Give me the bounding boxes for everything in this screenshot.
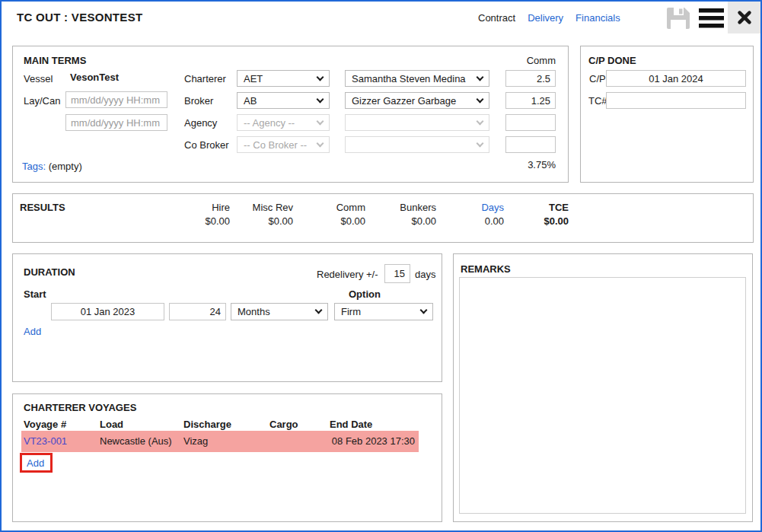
col-header-cargo: Cargo (269, 419, 298, 430)
close-x-icon (736, 9, 753, 26)
results-col-hire-label: Hire (161, 202, 230, 213)
laycan-label: Lay/Can (24, 95, 60, 107)
duration-add-link[interactable]: Add (24, 326, 41, 337)
duration-section: DURATION Redelivery +/- days Start Optio… (12, 253, 442, 382)
results-col-bunkers-label: Bunkers (368, 202, 436, 213)
tc-number-input[interactable] (606, 92, 746, 109)
results-col-miscrev-value: $0.00 (225, 215, 293, 227)
chevron-down-icon (477, 73, 484, 81)
charterer-voyages-heading: CHARTERER VOYAGES (24, 402, 136, 413)
redelivery-label: Redelivery +/- (317, 269, 378, 280)
agency-comm-input[interactable] (505, 114, 556, 131)
cp-done-section: C/P DONE C/P TC# (580, 46, 754, 183)
co-broker-select-value: -- Co Broker -- (244, 139, 307, 151)
voyage-number-link[interactable]: VT23-001 (24, 431, 67, 452)
results-heading: RESULTS (20, 202, 65, 213)
charterer-select[interactable]: AET (237, 70, 330, 87)
tab-financials[interactable]: Financials (575, 12, 620, 24)
agency-select-value: -- Agency -- (244, 117, 295, 129)
laycan-to-input[interactable] (65, 114, 167, 131)
tc-number-label: TC# (588, 95, 607, 107)
col-header-end-date: End Date (330, 419, 372, 430)
comm-total: 3.75% (487, 159, 556, 170)
chevron-down-icon (477, 117, 484, 125)
co-broker-label: Co Broker (184, 139, 229, 151)
duration-unit-value: Months (238, 306, 270, 317)
charterer-voyages-section: CHARTERER VOYAGES Voyage # Load Discharg… (12, 393, 442, 522)
close-button[interactable] (728, 2, 760, 33)
broker-contact-value: Gizzer Gazzer Garbage (352, 95, 456, 107)
cp-date-input[interactable] (606, 70, 746, 87)
chevron-down-icon (477, 95, 484, 103)
vessel-value: VesonTest (70, 72, 119, 83)
laycan-from-input[interactable] (65, 91, 167, 108)
remarks-textarea[interactable] (459, 277, 746, 514)
chevron-down-icon (317, 117, 324, 125)
voyage-table-row[interactable]: VT23-001 Newcastle (Aus) Vizag 08 Feb 20… (21, 431, 419, 452)
results-col-hire-value: $0.00 (161, 215, 230, 227)
menu-button[interactable] (698, 8, 725, 29)
remarks-section: REMARKS (453, 253, 753, 522)
cp-done-heading: C/P DONE (588, 55, 636, 66)
col-header-load: Load (100, 419, 123, 430)
main-terms-heading: MAIN TERMS (24, 55, 86, 66)
results-col-comm-value: $0.00 (297, 215, 365, 227)
remarks-heading: REMARKS (461, 263, 511, 275)
broker-select-value: AB (244, 95, 257, 107)
voyage-load-cell: Newcastle (Aus) (100, 431, 172, 452)
redelivery-days-input[interactable] (384, 264, 410, 283)
voyage-end-date-cell: 08 Feb 2023 17:30 (332, 431, 415, 452)
tags-value: (empty) (49, 161, 82, 172)
chevron-down-icon (477, 139, 484, 147)
charterer-contact-select[interactable]: Samantha Steven Medina (345, 70, 489, 87)
tab-delivery[interactable]: Delivery (528, 12, 563, 24)
results-col-tce-label: TCE (500, 202, 569, 213)
option-label: Option (349, 288, 381, 300)
chevron-down-icon (317, 139, 324, 147)
chevron-down-icon (315, 307, 323, 314)
duration-option-select[interactable]: Firm (334, 303, 433, 320)
duration-option-value: Firm (341, 306, 361, 317)
results-col-tce-value: $0.00 (500, 215, 569, 227)
agency-label: Agency (184, 117, 217, 129)
main-terms-section: MAIN TERMS Vessel VesonTest Lay/Can Char… (12, 46, 569, 183)
duration-quantity-input[interactable] (169, 303, 226, 320)
floppy-disk-icon (666, 7, 690, 30)
start-label: Start (24, 288, 46, 300)
agency-select: -- Agency -- (237, 114, 330, 131)
results-col-days-value: 0.00 (435, 215, 504, 227)
broker-contact-select[interactable]: Gizzer Gazzer Garbage (345, 92, 489, 109)
charterer-label: Charterer (184, 73, 226, 84)
chevron-down-icon (420, 307, 428, 314)
results-section: RESULTS Hire $0.00 Misc Rev $0.00 Comm $… (12, 193, 754, 243)
vessel-label: Vessel (24, 73, 53, 84)
col-header-voyage: Voyage # (24, 419, 66, 430)
tc-out-window: TC OUT : VESONTEST Contract Delivery Fin… (0, 0, 762, 532)
charterer-select-value: AET (244, 73, 263, 84)
duration-start-date-input[interactable] (51, 303, 164, 320)
save-button[interactable] (666, 7, 690, 30)
tags-link[interactable]: Tags: (22, 161, 46, 172)
duration-unit-select[interactable]: Months (231, 303, 328, 320)
tags-row: Tags: (empty) (22, 161, 82, 172)
chevron-down-icon (317, 95, 324, 103)
page-title: TC OUT : VESONTEST (17, 11, 142, 24)
broker-select[interactable]: AB (237, 92, 330, 109)
cp-label: C/P (589, 73, 606, 84)
duration-heading: DURATION (24, 266, 75, 278)
tab-contract[interactable]: Contract (478, 12, 515, 24)
broker-label: Broker (184, 95, 213, 107)
header-nav: Contract Delivery Financials (478, 12, 620, 24)
co-broker-select: -- Co Broker -- (237, 136, 330, 153)
add-voyage-annotation-box: Add (20, 453, 53, 473)
co-broker-comm-input[interactable] (505, 136, 556, 153)
results-col-miscrev-label: Misc Rev (225, 202, 293, 213)
add-voyage-link[interactable]: Add (27, 457, 44, 469)
days-label: days (415, 269, 435, 280)
results-col-days-label[interactable]: Days (435, 202, 504, 213)
broker-comm-input[interactable] (505, 92, 556, 109)
results-col-bunkers-value: $0.00 (368, 215, 436, 227)
results-col-comm-label: Comm (297, 202, 365, 213)
comm-header: Comm (487, 55, 556, 66)
charterer-comm-input[interactable] (505, 70, 556, 87)
